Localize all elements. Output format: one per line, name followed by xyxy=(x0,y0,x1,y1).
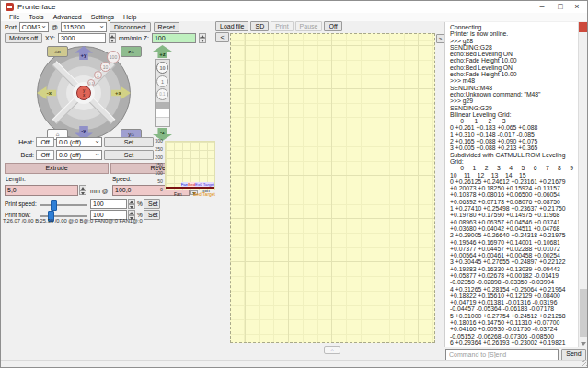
graph-y-tick: 100 xyxy=(146,171,163,176)
menu-item[interactable]: Help xyxy=(119,14,141,20)
port-select[interactable]: COM3 xyxy=(19,22,49,32)
z-speed-input[interactable]: 100 xyxy=(152,33,196,43)
console-line: 4 +0.31265 +0.28154 +0.25064 +0.21964 +0… xyxy=(450,286,577,313)
home-x-button[interactable]: ⌂x xyxy=(47,46,68,57)
console-line: 0 +0.26125 +0.24612 +0.23161 +0.21679 +0… xyxy=(450,178,577,205)
graph-y-tick: 150 xyxy=(146,163,163,167)
collapse-right-button[interactable]: > xyxy=(436,34,444,43)
console-line: 2 +0.29005 +0.26640 +0.24318 +0.21975 +0… xyxy=(450,232,577,259)
window-title: Pronterface xyxy=(17,3,55,11)
extrude-button[interactable]: Extrude xyxy=(5,163,109,174)
console-line: SENDING:G28 xyxy=(450,44,577,51)
jog-step-100-label: 100 xyxy=(107,51,120,63)
print-flow-slider[interactable] xyxy=(40,215,87,217)
bed-off-button[interactable]: Off xyxy=(36,150,54,160)
spin-down-icon[interactable] xyxy=(109,38,116,43)
console-line: 1 +0.310 +0.148 -0.017 -0.085 xyxy=(450,132,577,138)
legend-bed-target: Bed Target xyxy=(193,191,215,197)
viewer-gripper-button[interactable]: ⁘ xyxy=(324,346,340,354)
print-speed-stepper[interactable] xyxy=(128,199,135,209)
log-console[interactable]: Connecting...Printer is now online.>>> g… xyxy=(444,22,578,347)
mm-at-label: mm @ xyxy=(90,188,108,194)
collapse-left-button[interactable]: < xyxy=(215,32,229,42)
close-icon[interactable]: × xyxy=(569,1,585,13)
xy-speed-stepper[interactable] xyxy=(109,33,116,43)
spin-down-icon[interactable] xyxy=(128,204,135,210)
console-line: echo:Fade Height 10.00 xyxy=(450,71,577,77)
extrude-length-input[interactable]: 5,0 xyxy=(5,185,78,196)
z-step-10[interactable]: 10 xyxy=(156,62,168,74)
print-flow-set-button[interactable]: Set xyxy=(144,210,160,220)
bed-temp-select[interactable]: 0.0 (off) xyxy=(56,150,102,160)
off-button[interactable]: Off xyxy=(324,21,341,31)
at-label: @ xyxy=(52,24,58,30)
console-line: 5 +0.31000 +0.27754 +0.24512 +0.21268 +0… xyxy=(450,313,577,339)
connection-toolbar: Port COM3 @ 115200 Disconnect Reset xyxy=(1,21,179,32)
spin-down-icon[interactable] xyxy=(79,190,86,196)
graph-y-tick: 200 xyxy=(146,155,163,160)
graph-y-tick: 250 xyxy=(146,147,163,152)
console-line: SENDING:M48 xyxy=(450,85,577,91)
console-line: Subdivided with CATMULL ROM Leveling Gri… xyxy=(450,152,577,166)
console-line: 2 +0.165 +0.088 +0.090 +0.075 xyxy=(450,138,577,144)
gcode-viewer-canvas[interactable] xyxy=(230,33,435,343)
console-line: >>> m48 xyxy=(450,77,577,84)
jog-step-01-label: 0.1 xyxy=(87,79,95,86)
menu-item[interactable]: Advanced xyxy=(49,14,86,20)
motion-toolbar: Motors off XY: 3000 mm/min Z: 100 xyxy=(1,32,206,43)
disconnect-button[interactable]: Disconnect xyxy=(110,22,151,32)
console-line: 0 1 2 3 xyxy=(450,118,577,124)
heat-temp-select[interactable]: 0.0 (off) xyxy=(56,137,102,147)
hotend-temp-row: Heat: Off 0.0 (off) Set xyxy=(14,136,154,147)
sd-button[interactable]: SD xyxy=(250,21,269,31)
status-bar xyxy=(1,360,588,367)
scroll-up-button[interactable] xyxy=(579,22,588,32)
print-speed-label: Print speed: xyxy=(5,201,37,207)
print-speed-set-button[interactable]: Set xyxy=(144,199,160,209)
menu-item[interactable]: Tools xyxy=(24,14,48,20)
print-speed-input[interactable]: 100 xyxy=(90,199,127,209)
spin-down-icon[interactable] xyxy=(199,38,206,43)
jog-plus-z-button[interactable]: +z xyxy=(153,45,172,58)
print-speed-slider-thumb[interactable] xyxy=(51,200,57,211)
maximize-icon[interactable]: □ xyxy=(552,1,569,13)
scrollbar-thumb[interactable] xyxy=(580,289,588,337)
jog-center-knob[interactable]: yx xyxy=(76,86,91,100)
percent-label: % xyxy=(137,212,143,218)
temperature-status-line: T:26.07 /0.00 B:25.30 /0.00 @:0 B@:0 FAN… xyxy=(3,218,143,224)
scroll-down-icon[interactable] xyxy=(581,342,586,346)
console-line: echo:Bed Leveling ON xyxy=(450,51,577,57)
console-line: echo:Fade Height 10.00 xyxy=(450,57,577,63)
menu-item[interactable]: Settings xyxy=(86,14,119,20)
home-z-button[interactable]: z⌂ xyxy=(121,46,142,57)
pause-button: Pause xyxy=(295,21,323,31)
print-speed-slider[interactable] xyxy=(40,204,87,206)
console-scrollbar[interactable] xyxy=(578,22,588,347)
z-step-01[interactable]: 0.1 xyxy=(156,88,168,100)
graph-y-tick: 50 xyxy=(146,179,163,184)
jog-step-1-label: 1 xyxy=(94,71,102,79)
minimize-icon[interactable]: – xyxy=(534,1,550,13)
z-step-1[interactable]: 1 xyxy=(156,75,168,87)
reset-button[interactable]: Reset xyxy=(154,22,179,32)
menu-item[interactable]: File xyxy=(5,14,24,20)
z-speed-stepper[interactable] xyxy=(199,33,206,43)
baud-select[interactable]: 115200 xyxy=(61,22,107,32)
extrude-length-stepper[interactable] xyxy=(79,185,86,195)
print-button: Print xyxy=(271,21,293,31)
xy-speed-input[interactable]: 3000 xyxy=(58,33,106,43)
motors-off-button[interactable]: Motors off xyxy=(5,33,42,43)
legend-fan-bottom: Fan xyxy=(165,191,182,197)
z-track-cell[interactable] xyxy=(156,109,169,118)
z-track-cell[interactable] xyxy=(156,118,169,126)
percent-label: % xyxy=(137,201,143,207)
heat-off-button[interactable]: Off xyxy=(36,137,54,147)
console-line: 0 +0.261 +0.183 +0.065 +0.088 xyxy=(450,124,577,131)
resize-grip[interactable] xyxy=(582,360,588,366)
heat-label: Heat: xyxy=(14,139,34,145)
jog-step-10-label: 10 xyxy=(100,62,110,72)
load-file-button[interactable]: Load file xyxy=(215,21,248,31)
legend-ex0-target: Ex0 Target xyxy=(195,182,214,187)
app-icon xyxy=(6,3,14,11)
console-line: >>> g28 xyxy=(450,38,577,44)
